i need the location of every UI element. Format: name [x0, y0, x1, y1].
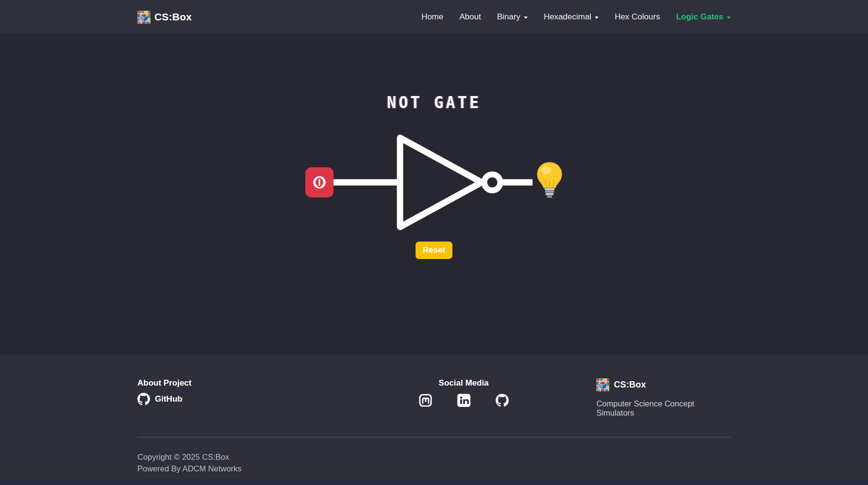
simulator-main: NOT GATE Reset — [0, 34, 868, 354]
nav-item-hex-colours-label: Hex Colours — [615, 12, 660, 22]
nav-item-home[interactable]: Home — [421, 12, 443, 22]
nav-item-about-label: About — [459, 12, 481, 22]
navbar-container: CS:Box Home About Binary Hexadecimal Hex… — [137, 11, 731, 24]
footer-columns: About Project GitHub Social Media — [137, 378, 731, 418]
csbox-logo-icon — [137, 11, 150, 24]
powered-by-line: Powered By ADCM Networks — [137, 463, 731, 474]
nav-item-home-label: Home — [421, 12, 443, 22]
social-icons-row — [419, 394, 509, 407]
nav-item-binary-dropdown[interactable]: Binary — [497, 12, 528, 22]
social-media-heading: Social Media — [439, 378, 489, 388]
navbar-brand[interactable]: CS:Box — [137, 11, 192, 24]
not-gate-figure — [305, 134, 563, 231]
not-gate-symbol — [334, 134, 533, 231]
nav-item-hexadecimal-dropdown[interactable]: Hexadecimal — [544, 12, 599, 22]
github-link[interactable]: GitHub — [137, 393, 375, 405]
page-footer: About Project GitHub Social Media — [0, 354, 868, 479]
bottom-bar — [0, 479, 868, 485]
chevron-down-icon — [727, 16, 731, 19]
nav-item-binary-label: Binary — [497, 12, 520, 22]
input-toggle-button[interactable] — [305, 167, 334, 197]
linkedin-icon[interactable] — [457, 394, 470, 407]
github-icon[interactable] — [496, 394, 509, 407]
power-off-icon — [311, 174, 328, 191]
mastodon-icon[interactable] — [419, 394, 432, 407]
navbar-brand-label: CS:Box — [154, 11, 192, 23]
top-navbar: CS:Box Home About Binary Hexadecimal Hex… — [0, 0, 868, 34]
copyright-line: Copyright © 2025 CS:Box — [137, 451, 731, 463]
chevron-down-icon — [595, 16, 599, 19]
nav-menu: Home About Binary Hexadecimal Hex Colour… — [421, 12, 731, 22]
reset-button[interactable]: Reset — [416, 242, 452, 259]
github-link-label: GitHub — [155, 394, 183, 404]
chevron-down-icon — [524, 16, 528, 19]
nav-item-hexadecimal-label: Hexadecimal — [544, 12, 591, 22]
footer-divider — [137, 437, 731, 437]
github-icon — [137, 393, 150, 405]
csbox-logo-icon — [596, 378, 609, 391]
page-title: NOT GATE — [387, 92, 481, 112]
nav-item-about[interactable]: About — [459, 12, 481, 22]
copyright-block: Copyright © 2025 CS:Box Powered By ADCM … — [137, 451, 731, 474]
footer-brand[interactable]: CS:Box — [596, 378, 731, 391]
nav-item-logic-gates-dropdown[interactable]: Logic Gates — [676, 12, 731, 22]
nav-item-logic-gates-label: Logic Gates — [676, 12, 723, 22]
footer-tagline: Computer Science Concept Simulators — [596, 399, 731, 418]
footer-brand-label: CS:Box — [614, 380, 646, 390]
footer-about-column: About Project GitHub — [137, 378, 375, 418]
lightbulb-on-icon — [536, 162, 563, 199]
footer-social-column: Social Media — [375, 378, 553, 418]
nav-item-hex-colours[interactable]: Hex Colours — [615, 12, 660, 22]
about-project-heading: About Project — [137, 378, 375, 388]
footer-container: About Project GitHub Social Media — [137, 354, 731, 474]
footer-brand-column: CS:Box Computer Science Concept Simulato… — [552, 378, 731, 418]
